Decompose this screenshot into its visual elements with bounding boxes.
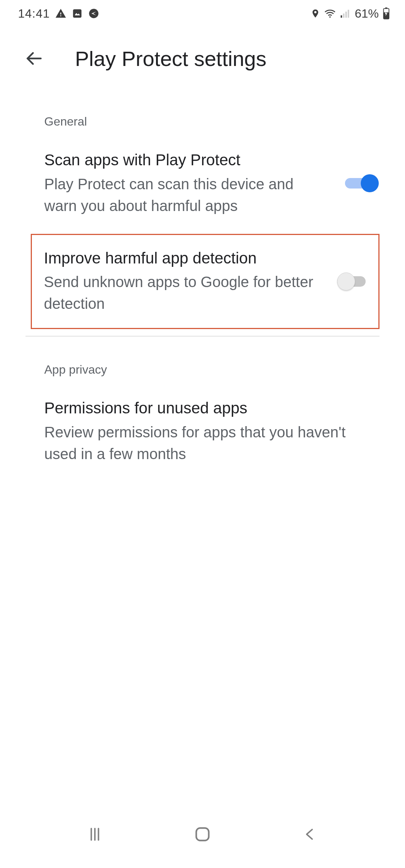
setting-title: Scan apps with Play Protect xyxy=(44,150,330,170)
gallery-icon xyxy=(72,8,83,19)
warning-icon xyxy=(55,8,66,19)
setting-subtitle: Play Protect can scan this device and wa… xyxy=(44,173,330,217)
home-icon xyxy=(193,825,212,844)
back-button[interactable] xyxy=(21,46,46,71)
setting-subtitle: Send unknown apps to Google for better d… xyxy=(44,271,322,314)
app-circle-icon xyxy=(88,8,99,19)
svg-rect-0 xyxy=(73,9,82,18)
setting-subtitle: Review permissions for apps that you hav… xyxy=(44,421,379,465)
section-header-general: General xyxy=(0,82,405,129)
setting-permissions-unused[interactable]: Permissions for unused apps Review permi… xyxy=(0,377,405,482)
svg-rect-6 xyxy=(348,10,349,18)
wifi-icon xyxy=(324,7,336,19)
cell-signal-icon xyxy=(340,8,351,19)
page-title: Play Protect settings xyxy=(75,46,266,71)
svg-point-2 xyxy=(329,16,331,18)
svg-rect-4 xyxy=(343,13,345,18)
svg-point-1 xyxy=(89,9,99,18)
improve-detection-toggle[interactable] xyxy=(337,272,371,291)
arrow-left-icon xyxy=(24,49,43,68)
nav-recents-button[interactable] xyxy=(80,819,110,849)
svg-rect-5 xyxy=(345,12,347,18)
setting-scan-apps[interactable]: Scan apps with Play Protect Play Protect… xyxy=(0,129,405,234)
recent-apps-icon xyxy=(86,826,104,843)
nav-back-button[interactable] xyxy=(295,819,325,849)
status-time: 14:41 xyxy=(18,7,50,21)
location-icon xyxy=(310,9,320,18)
nav-home-button[interactable] xyxy=(188,819,218,849)
battery-icon xyxy=(382,7,390,19)
system-nav-bar xyxy=(0,816,405,853)
app-bar: Play Protect settings xyxy=(0,27,405,82)
setting-title: Permissions for unused apps xyxy=(44,398,379,418)
setting-title: Improve harmful app detection xyxy=(44,248,322,268)
svg-rect-14 xyxy=(196,828,208,840)
status-bar: 14:41 61% xyxy=(0,0,405,27)
svg-rect-3 xyxy=(340,15,342,18)
battery-percent: 61% xyxy=(355,7,379,21)
scan-apps-toggle[interactable] xyxy=(345,174,379,193)
chevron-left-icon xyxy=(302,826,318,843)
setting-improve-detection[interactable]: Improve harmful app detection Send unkno… xyxy=(31,234,380,329)
section-header-privacy: App privacy xyxy=(0,337,405,377)
